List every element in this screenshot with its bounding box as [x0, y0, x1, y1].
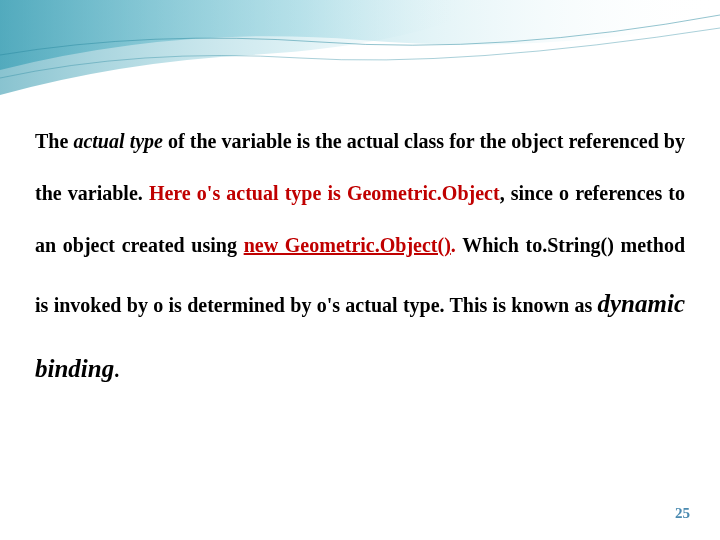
actual-type-phrase: actual type	[73, 130, 163, 152]
code-reference: new Geometric.Object()	[244, 234, 451, 256]
decorative-wave	[0, 0, 720, 120]
text-segment: .	[451, 234, 462, 256]
text-segment: .	[114, 359, 119, 381]
page-number: 25	[675, 505, 690, 522]
red-emphasis: Here o's actual type is Geometric.Object	[149, 182, 500, 204]
text-segment: The	[35, 130, 73, 152]
slide-paragraph: The actual type of the variable is the a…	[35, 115, 685, 401]
